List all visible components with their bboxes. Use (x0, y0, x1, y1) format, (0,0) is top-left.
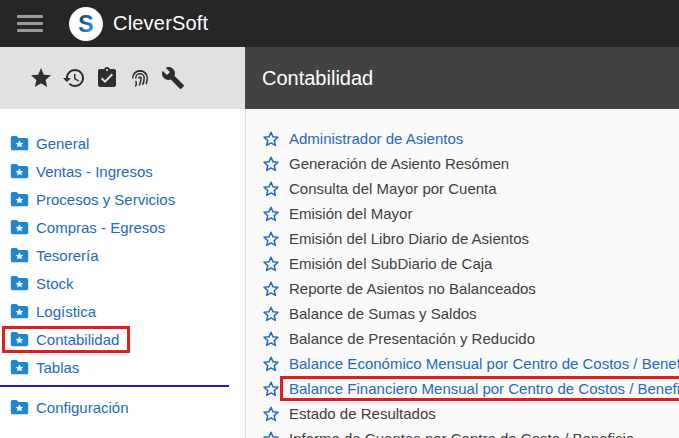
sidebar-item-label: Tablas (36, 359, 79, 376)
app-title: CleverSoft (113, 12, 208, 35)
menu-item-label: Generación de Asiento Resómen (289, 155, 509, 172)
folder-star-icon (10, 331, 29, 347)
star-outline-icon[interactable] (262, 330, 280, 348)
sidebar-item-label: Logística (36, 303, 96, 320)
hamburger-menu-icon[interactable] (17, 15, 43, 32)
sidebar-item-inner: Logística (2, 298, 107, 325)
wrench-icon[interactable] (161, 66, 185, 90)
menu-item-reporte-de-asientos-no-balanceados[interactable]: Reporte de Asientos no Balanceados (246, 276, 679, 301)
menu-item-balance-de-sumas-y-saldos[interactable]: Balance de Sumas y Saldos (246, 301, 679, 326)
folder-star-icon (10, 219, 29, 235)
sidebar-item-configuracion[interactable]: Configuración (0, 393, 245, 421)
menu-item-consulta-del-mayor-por-cuenta[interactable]: Consulta del Mayor por Cuenta (246, 176, 679, 201)
menu-item-label: Emisión del SubDiario de Caja (289, 255, 492, 272)
sidebar-item-compras-egresos[interactable]: Compras - Egresos (0, 213, 245, 241)
sidebar-item-tablas[interactable]: Tablas (0, 353, 245, 381)
star-outline-icon[interactable] (262, 430, 280, 438)
menu-item-label: Administrador de Asientos (289, 130, 463, 147)
sidebar-item-inner: Configuración (2, 394, 140, 421)
favorites-star-icon[interactable] (29, 66, 53, 90)
star-outline-icon[interactable] (262, 255, 280, 273)
fingerprint-icon[interactable] (128, 66, 152, 90)
sidebar-item-contabilidad[interactable]: Contabilidad (0, 325, 245, 353)
sidebar-item-general[interactable]: General (0, 129, 245, 157)
sidebar-item-logistica[interactable]: Logística (0, 297, 245, 325)
app-window: S CleverSoft (0, 0, 679, 438)
menu-item-label: Reporte de Asientos no Balanceados (289, 280, 536, 297)
history-icon[interactable] (62, 66, 86, 90)
star-outline-icon[interactable] (262, 355, 280, 373)
star-outline-icon[interactable] (262, 280, 280, 298)
folder-star-icon (10, 303, 29, 319)
panel-title: Contabilidad (262, 67, 373, 90)
clipboard-check-icon[interactable] (95, 66, 119, 90)
toolbar (0, 47, 245, 109)
sidebar-item-procesos-y-servicios[interactable]: Procesos y Servicios (0, 185, 245, 213)
sidebar-item-inner: General (2, 130, 100, 157)
sidebar-item-label: Procesos y Servicios (36, 191, 175, 208)
star-outline-icon[interactable] (262, 230, 280, 248)
menu-item-label: Consulta del Mayor por Cuenta (289, 180, 497, 197)
menu-item-emision-del-subdiario-de-caja[interactable]: Emisión del SubDiario de Caja (246, 251, 679, 276)
menu-item-label: Balance Financiero Mensual por Centro de… (280, 376, 679, 401)
menu-item-informe-de-cuentas-por-centro-de-costo-beneficio[interactable]: Informe de Cuentas por Centro de Costo /… (246, 426, 679, 438)
topbar: S CleverSoft (0, 0, 679, 47)
menu-item-emision-del-mayor[interactable]: Emisión del Mayor (246, 201, 679, 226)
menu-item-estado-de-resultados[interactable]: Estado de Resultados (246, 401, 679, 426)
sidebar-item-inner: Compras - Egresos (2, 214, 176, 241)
folder-star-icon (10, 191, 29, 207)
star-outline-icon[interactable] (262, 180, 280, 198)
folder-star-icon (10, 247, 29, 263)
sidebar-item-inner: Stock (2, 270, 85, 297)
sidebar-item-label: Compras - Egresos (36, 219, 165, 236)
sidebar-item-label: Tesorería (36, 247, 99, 264)
menu-item-label: Emisión del Mayor (289, 205, 412, 222)
right-panel: Contabilidad Administrador de Asientos G… (245, 47, 679, 438)
sidebar-item-label: Contabilidad (36, 331, 119, 348)
sidebar-item-stock[interactable]: Stock (0, 269, 245, 297)
menu-item-label: Balance de Presentación y Reducido (289, 330, 535, 347)
sidebar-item-inner: Tesorería (2, 242, 110, 269)
menu-list: Administrador de Asientos Generación de … (245, 109, 679, 438)
star-outline-icon[interactable] (262, 305, 280, 323)
star-outline-icon[interactable] (262, 205, 280, 223)
menu-item-label: Estado de Resultados (289, 405, 436, 422)
sidebar-item-ventas-ingresos[interactable]: Ventas - Ingresos (0, 157, 245, 185)
menu-item-emision-del-libro-diario-de-asientos[interactable]: Emisión del Libro Diario de Asientos (246, 226, 679, 251)
menu-item-label: Balance de Sumas y Saldos (289, 305, 477, 322)
sidebar: General Ventas - Ingresos Procesos y Ser… (0, 109, 245, 438)
sidebar-item-inner: Ventas - Ingresos (2, 158, 164, 185)
star-outline-icon[interactable] (262, 380, 280, 398)
sidebar-item-inner: Tablas (2, 354, 90, 381)
sidebar-item-tesoreria[interactable]: Tesorería (0, 241, 245, 269)
menu-item-label: Emisión del Libro Diario de Asientos (289, 230, 529, 247)
sidebar-item-label: Configuración (36, 399, 129, 416)
star-outline-icon[interactable] (262, 405, 280, 423)
sidebar-item-label: Ventas - Ingresos (36, 163, 153, 180)
folder-star-icon (10, 135, 29, 151)
svg-text:S: S (78, 11, 93, 37)
sidebar-item-label: General (36, 135, 89, 152)
menu-item-balance-economico-mensual-por-centro-de-costos-beneficios[interactable]: Balance Económico Mensual por Centro de … (246, 351, 679, 376)
sidebar-item-label: Stock (36, 275, 74, 292)
sidebar-item-inner: Contabilidad (2, 326, 130, 353)
panel-header: Contabilidad (245, 47, 679, 109)
folder-star-icon (10, 359, 29, 375)
sidebar-divider (0, 385, 229, 387)
menu-item-generacion-de-asiento-resomen[interactable]: Generación de Asiento Resómen (246, 151, 679, 176)
folder-star-icon (10, 163, 29, 179)
menu-item-label: Balance Económico Mensual por Centro de … (289, 355, 679, 372)
menu-item-balance-de-presentacion-y-reducido[interactable]: Balance de Presentación y Reducido (246, 326, 679, 351)
sidebar-item-inner: Procesos y Servicios (2, 186, 186, 213)
left-panel: General Ventas - Ingresos Procesos y Ser… (0, 47, 245, 438)
menu-item-label: Informe de Cuentas por Centro de Costo /… (289, 430, 634, 438)
menu-item-balance-financiero-mensual-por-centro-de-costos-beneficios[interactable]: Balance Financiero Mensual por Centro de… (246, 376, 679, 401)
folder-star-icon (10, 399, 29, 415)
menu-item-administrador-de-asientos[interactable]: Administrador de Asientos (246, 126, 679, 151)
star-outline-icon[interactable] (262, 155, 280, 173)
folder-star-icon (10, 275, 29, 291)
cleversoft-logo-icon: S (68, 6, 104, 42)
star-outline-icon[interactable] (262, 130, 280, 148)
